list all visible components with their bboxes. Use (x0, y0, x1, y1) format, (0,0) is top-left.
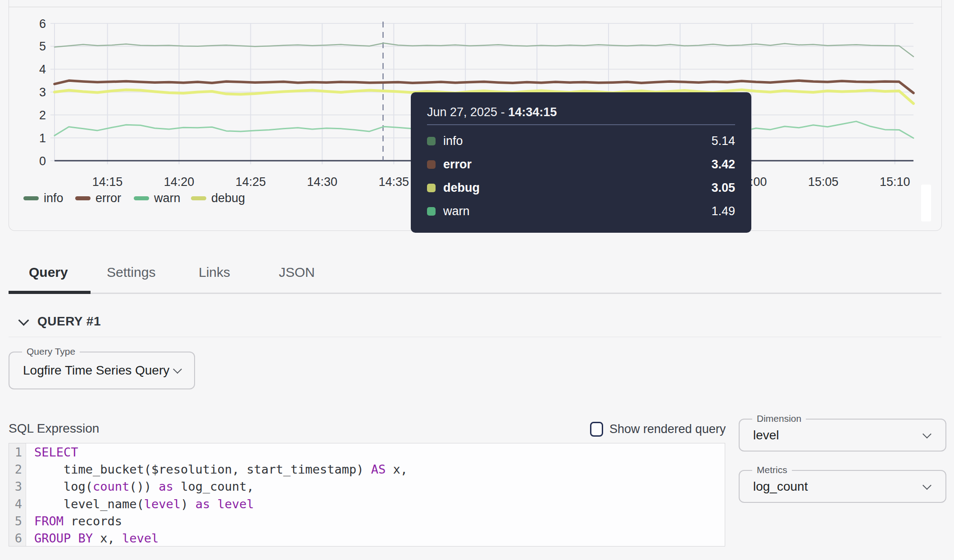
metrics-value: log_count (753, 479, 808, 494)
active-tab-indicator (9, 291, 91, 294)
y-axis-label: 3 (39, 86, 46, 99)
code-line: SELECT (34, 444, 408, 461)
legend-item-debug[interactable]: debug (191, 191, 245, 205)
query-type-label: Query Type (22, 346, 80, 357)
tooltip-row-warn: warn1.49 (427, 199, 735, 223)
tooltip-swatch-info (427, 137, 436, 145)
legend-label: debug (211, 191, 245, 205)
code-line: log(count()) as log_count, (34, 478, 408, 495)
tooltip-series-label: info (443, 134, 463, 148)
chevron-down-icon (922, 481, 931, 490)
dimension-label: Dimension (752, 413, 806, 424)
x-axis-label: 14:20 (164, 175, 195, 189)
tooltip-row-debug: debug3.05 (427, 176, 735, 199)
tooltip-series-label: warn (443, 204, 470, 218)
query-section-title: QUERY #1 (37, 314, 101, 329)
dimension-value: level (753, 428, 779, 443)
legend-item-info[interactable]: info (23, 191, 64, 205)
sql-code-editor[interactable]: 123456 SELECT time_bucket($resolution, s… (9, 443, 725, 546)
tooltip-series-value: 5.14 (711, 134, 735, 148)
y-axis-label: 6 (39, 17, 46, 31)
line-number: 3 (9, 478, 22, 495)
code-line: level_name(level) as level (34, 496, 408, 513)
legend-swatch-warn (134, 196, 149, 200)
tooltip-swatch-warn (427, 207, 436, 216)
y-axis-label: 1 (39, 131, 46, 145)
legend-label: warn (154, 191, 181, 205)
legend-item-error[interactable]: error (75, 191, 121, 205)
x-axis-label: 15:10 (880, 175, 910, 189)
metrics-select[interactable]: Metrics log_count (739, 470, 946, 503)
legend-swatch-debug (191, 196, 206, 200)
sql-code: SELECT time_bucket($resolution, start_ti… (26, 443, 408, 546)
metrics-label: Metrics (752, 465, 792, 475)
x-axis-label: 14:35 (378, 175, 409, 189)
tooltip-row-error: error3.42 (427, 153, 735, 176)
tooltip-row-info: info5.14 (427, 129, 735, 153)
line-number: 6 (9, 530, 22, 546)
sql-expression-label: SQL Expression (9, 421, 99, 436)
series-line-info (55, 43, 913, 57)
legend-label: error (95, 191, 121, 205)
code-line: GROUP BY x, level (34, 530, 408, 546)
y-axis-label: 2 (39, 108, 46, 122)
chart-tooltip: Jun 27, 2025 - 14:34:15 info5.14error3.4… (411, 92, 751, 233)
code-line: FROM records (34, 513, 408, 530)
line-number: 2 (9, 461, 22, 478)
line-number: 1 (9, 444, 22, 461)
x-axis-label: 14:25 (236, 175, 266, 189)
chart-scrollbar-thumb[interactable] (921, 185, 931, 221)
line-number: 4 (9, 496, 22, 513)
dimension-select[interactable]: Dimension level (739, 419, 946, 452)
tab-links[interactable]: Links (199, 265, 230, 280)
line-number-gutter: 123456 (9, 443, 26, 546)
query-type-value: Logfire Time Series Query (23, 363, 169, 378)
tab-json[interactable]: JSON (279, 265, 315, 280)
tooltip-timestamp: Jun 27, 2025 - 14:34:15 (427, 104, 735, 120)
legend-label: info (44, 191, 64, 205)
code-line: time_bucket($resolution, start_timestamp… (34, 461, 408, 478)
show-rendered-query-label[interactable]: Show rendered query (609, 422, 726, 436)
chevron-down-icon (18, 315, 29, 325)
tab-bar: QuerySettingsLinksJSON (9, 257, 941, 294)
line-number: 5 (9, 513, 22, 530)
show-rendered-query-control: Show rendered query (590, 420, 726, 438)
y-axis-label: 4 (39, 63, 46, 76)
section-divider (9, 337, 941, 337)
tooltip-divider (427, 124, 735, 125)
y-axis-label: 0 (39, 154, 46, 168)
tooltip-series-label: debug (443, 181, 480, 195)
tooltip-series-value: 3.42 (711, 158, 735, 172)
legend-swatch-info (23, 196, 39, 200)
tooltip-series-value: 3.05 (711, 181, 735, 195)
chevron-down-icon (922, 429, 931, 438)
query-type-select[interactable]: Query Type Logfire Time Series Query (9, 352, 195, 389)
tooltip-swatch-error (427, 160, 436, 169)
show-rendered-query-checkbox[interactable] (590, 422, 603, 437)
tooltip-series-value: 1.49 (711, 204, 735, 218)
query-section-header[interactable]: QUERY #1 (20, 314, 101, 329)
tooltip-series-label: error (443, 158, 472, 172)
legend-item-warn[interactable]: warn (134, 191, 181, 205)
x-axis-label: 14:30 (307, 175, 338, 189)
x-axis-label: 15:05 (808, 175, 839, 189)
legend-swatch-error (75, 196, 91, 200)
x-axis-label: 14:15 (92, 175, 123, 189)
tab-query[interactable]: Query (29, 265, 68, 280)
chevron-down-icon (173, 365, 182, 374)
y-axis-label: 5 (39, 40, 46, 53)
tooltip-swatch-debug (427, 184, 436, 192)
tab-settings[interactable]: Settings (107, 265, 155, 280)
